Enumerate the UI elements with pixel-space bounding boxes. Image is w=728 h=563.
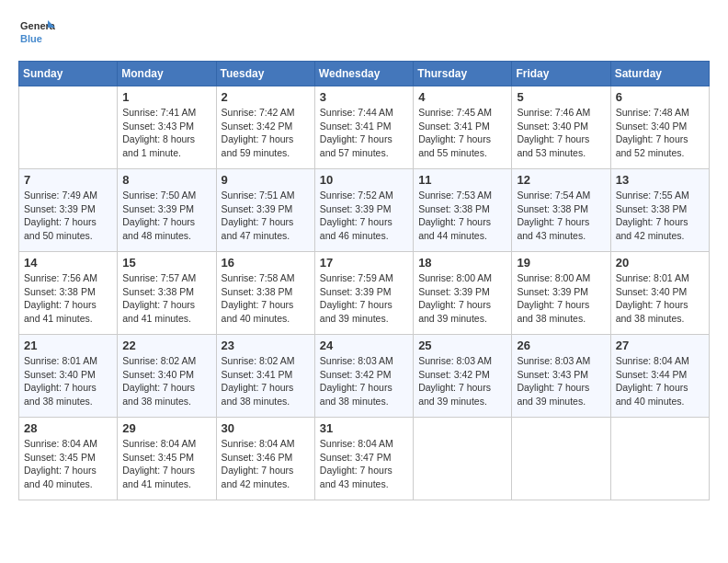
day-info: Sunrise: 7:42 AM Sunset: 3:42 PM Dayligh… (222, 106, 310, 160)
day-number: 18 (418, 256, 506, 270)
day-number: 22 (122, 339, 210, 352)
day-of-week-header: Tuesday (216, 62, 314, 86)
calendar-table: SundayMondayTuesdayWednesdayThursdayFrid… (18, 61, 710, 500)
calendar-cell: 20Sunrise: 8:01 AM Sunset: 3:40 PM Dayli… (610, 252, 709, 335)
day-of-week-header: Sunday (19, 62, 118, 86)
logo: General Blue (18, 15, 55, 52)
calendar-cell: 27Sunrise: 8:04 AM Sunset: 3:44 PM Dayli… (610, 335, 709, 418)
day-number: 16 (222, 256, 310, 270)
logo-svg: General Blue (18, 15, 55, 52)
calendar-cell: 28Sunrise: 8:04 AM Sunset: 3:45 PM Dayli… (19, 418, 118, 500)
calendar-cell: 9Sunrise: 7:51 AM Sunset: 3:39 PM Daylig… (216, 169, 314, 252)
day-info: Sunrise: 7:59 AM Sunset: 3:39 PM Dayligh… (320, 271, 408, 326)
svg-text:Blue: Blue (20, 33, 42, 44)
day-number: 13 (616, 173, 704, 187)
day-number: 17 (320, 256, 408, 270)
day-number: 21 (24, 339, 112, 352)
day-info: Sunrise: 8:03 AM Sunset: 3:43 PM Dayligh… (517, 354, 605, 408)
day-info: Sunrise: 7:45 AM Sunset: 3:41 PM Dayligh… (418, 106, 506, 160)
day-info: Sunrise: 7:46 AM Sunset: 3:40 PM Dayligh… (517, 106, 605, 160)
day-number: 11 (418, 173, 506, 187)
day-info: Sunrise: 7:49 AM Sunset: 3:39 PM Dayligh… (24, 189, 112, 243)
day-info: Sunrise: 7:53 AM Sunset: 3:38 PM Dayligh… (418, 189, 506, 243)
day-number: 4 (418, 90, 506, 104)
day-info: Sunrise: 7:44 AM Sunset: 3:41 PM Dayligh… (320, 106, 408, 160)
day-info: Sunrise: 7:51 AM Sunset: 3:39 PM Dayligh… (222, 189, 310, 243)
day-info: Sunrise: 8:00 AM Sunset: 3:39 PM Dayligh… (517, 271, 605, 326)
day-number: 7 (24, 173, 112, 187)
calendar-cell: 31Sunrise: 8:04 AM Sunset: 3:47 PM Dayli… (314, 418, 413, 500)
calendar-cell: 15Sunrise: 7:57 AM Sunset: 3:38 PM Dayli… (118, 252, 216, 335)
day-number: 5 (517, 90, 605, 104)
calendar-week-row: 28Sunrise: 8:04 AM Sunset: 3:45 PM Dayli… (19, 418, 710, 500)
calendar-cell: 29Sunrise: 8:04 AM Sunset: 3:45 PM Dayli… (118, 418, 216, 500)
calendar-cell: 25Sunrise: 8:03 AM Sunset: 3:42 PM Dayli… (414, 335, 512, 418)
calendar-cell (19, 86, 118, 169)
calendar-cell: 4Sunrise: 7:45 AM Sunset: 3:41 PM Daylig… (414, 86, 512, 169)
day-number: 12 (517, 173, 605, 187)
day-info: Sunrise: 7:58 AM Sunset: 3:38 PM Dayligh… (222, 271, 310, 326)
calendar-cell: 8Sunrise: 7:50 AM Sunset: 3:39 PM Daylig… (118, 169, 216, 252)
day-info: Sunrise: 8:01 AM Sunset: 3:40 PM Dayligh… (24, 354, 112, 408)
calendar-cell: 24Sunrise: 8:03 AM Sunset: 3:42 PM Dayli… (314, 335, 413, 418)
day-info: Sunrise: 7:54 AM Sunset: 3:38 PM Dayligh… (517, 189, 605, 243)
calendar-cell: 12Sunrise: 7:54 AM Sunset: 3:38 PM Dayli… (512, 169, 610, 252)
calendar-cell: 11Sunrise: 7:53 AM Sunset: 3:38 PM Dayli… (414, 169, 512, 252)
calendar-cell (610, 418, 709, 500)
day-number: 2 (222, 90, 310, 104)
day-info: Sunrise: 8:02 AM Sunset: 3:41 PM Dayligh… (222, 354, 310, 408)
day-info: Sunrise: 8:03 AM Sunset: 3:42 PM Dayligh… (320, 354, 408, 408)
day-number: 26 (517, 339, 605, 352)
day-info: Sunrise: 8:02 AM Sunset: 3:40 PM Dayligh… (122, 354, 210, 408)
day-info: Sunrise: 7:50 AM Sunset: 3:39 PM Dayligh… (122, 189, 210, 243)
calendar-cell: 5Sunrise: 7:46 AM Sunset: 3:40 PM Daylig… (512, 86, 610, 169)
calendar-cell: 16Sunrise: 7:58 AM Sunset: 3:38 PM Dayli… (216, 252, 314, 335)
day-info: Sunrise: 8:04 AM Sunset: 3:45 PM Dayligh… (122, 437, 210, 491)
calendar-cell (414, 418, 512, 500)
day-info: Sunrise: 8:01 AM Sunset: 3:40 PM Dayligh… (616, 271, 704, 326)
calendar-cell: 14Sunrise: 7:56 AM Sunset: 3:38 PM Dayli… (19, 252, 118, 335)
day-number: 24 (320, 339, 408, 352)
day-info: Sunrise: 8:03 AM Sunset: 3:42 PM Dayligh… (418, 354, 506, 408)
day-of-week-header: Thursday (414, 62, 512, 86)
day-number: 6 (616, 90, 704, 104)
day-number: 25 (418, 339, 506, 352)
day-number: 29 (122, 421, 210, 435)
calendar-cell: 19Sunrise: 8:00 AM Sunset: 3:39 PM Dayli… (512, 252, 610, 335)
day-info: Sunrise: 7:48 AM Sunset: 3:40 PM Dayligh… (616, 106, 704, 160)
calendar-cell (512, 418, 610, 500)
calendar-cell: 30Sunrise: 8:04 AM Sunset: 3:46 PM Dayli… (216, 418, 314, 500)
day-info: Sunrise: 8:04 AM Sunset: 3:47 PM Dayligh… (320, 437, 408, 491)
calendar-cell: 1Sunrise: 7:41 AM Sunset: 3:43 PM Daylig… (118, 86, 216, 169)
day-info: Sunrise: 7:57 AM Sunset: 3:38 PM Dayligh… (122, 271, 210, 326)
day-number: 8 (122, 173, 210, 187)
calendar-week-row: 21Sunrise: 8:01 AM Sunset: 3:40 PM Dayli… (19, 335, 710, 418)
calendar-week-row: 1Sunrise: 7:41 AM Sunset: 3:43 PM Daylig… (19, 86, 710, 169)
calendar-cell: 17Sunrise: 7:59 AM Sunset: 3:39 PM Dayli… (314, 252, 413, 335)
day-number: 20 (616, 256, 704, 270)
day-number: 27 (616, 339, 704, 352)
calendar-cell: 22Sunrise: 8:02 AM Sunset: 3:40 PM Dayli… (118, 335, 216, 418)
day-number: 15 (122, 256, 210, 270)
day-of-week-header: Friday (512, 62, 610, 86)
day-number: 31 (320, 421, 408, 435)
calendar-cell: 7Sunrise: 7:49 AM Sunset: 3:39 PM Daylig… (19, 169, 118, 252)
calendar-cell: 2Sunrise: 7:42 AM Sunset: 3:42 PM Daylig… (216, 86, 314, 169)
day-of-week-header: Saturday (610, 62, 709, 86)
day-number: 28 (24, 421, 112, 435)
day-info: Sunrise: 8:04 AM Sunset: 3:44 PM Dayligh… (616, 354, 704, 408)
calendar-cell: 26Sunrise: 8:03 AM Sunset: 3:43 PM Dayli… (512, 335, 610, 418)
calendar-cell: 13Sunrise: 7:55 AM Sunset: 3:38 PM Dayli… (610, 169, 709, 252)
day-number: 10 (320, 173, 408, 187)
calendar-cell: 6Sunrise: 7:48 AM Sunset: 3:40 PM Daylig… (610, 86, 709, 169)
day-number: 23 (222, 339, 310, 352)
calendar-week-row: 7Sunrise: 7:49 AM Sunset: 3:39 PM Daylig… (19, 169, 710, 252)
day-number: 3 (320, 90, 408, 104)
day-number: 14 (24, 256, 112, 270)
day-info: Sunrise: 7:56 AM Sunset: 3:38 PM Dayligh… (24, 271, 112, 326)
day-info: Sunrise: 7:52 AM Sunset: 3:39 PM Dayligh… (320, 189, 408, 243)
day-info: Sunrise: 7:55 AM Sunset: 3:38 PM Dayligh… (616, 189, 704, 243)
day-of-week-header: Monday (118, 62, 216, 86)
day-number: 19 (517, 256, 605, 270)
day-number: 1 (122, 90, 210, 104)
